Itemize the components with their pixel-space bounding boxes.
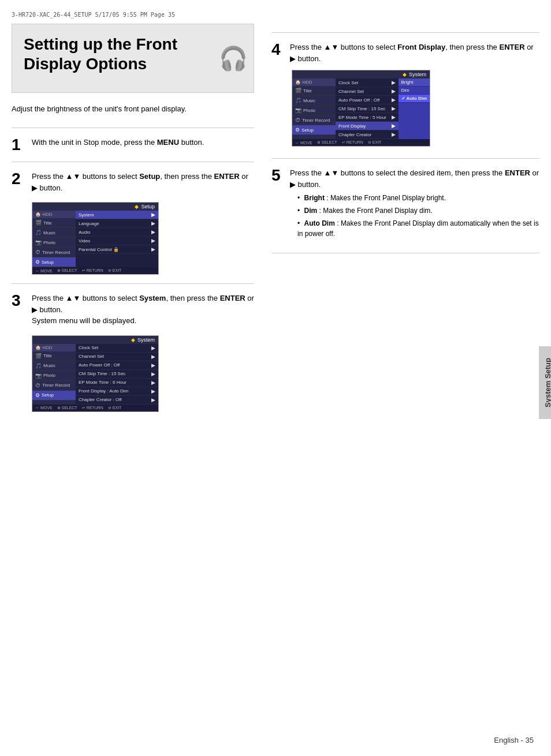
fd-submenu: Bright Dim ✓ Auto Dim [399, 78, 430, 139]
sys-cmskip-item: CM Skip Time : 15 Sec▶ [76, 370, 158, 379]
step-2-text: Press the ▲▼ buttons to select Setup, th… [32, 171, 254, 193]
divider-1 [12, 128, 254, 128]
front-display-menu-body: 🏠 HDD 🎬Title 🎵Music 📷Photo ⏱Timer Record… [292, 78, 430, 139]
system-menu-title: ◆ System [32, 336, 158, 344]
setup-audio-item: Audio▶ [76, 228, 158, 237]
step-3: 3 Press the ▲▼ buttons to select System,… [12, 293, 254, 327]
front-display-menu-title: ◆ System [292, 70, 430, 78]
system-menu-body: 🏠 HDD 🎬Title 🎵Music 📷Photo ⏱Timer Record… [32, 344, 158, 405]
setup-menu-screenshot: ◆ Setup 🏠 HDD 🎬Title 🎵Music 📷Photo ⏱Time… [32, 202, 159, 275]
fd-nav-music: 🎵Music [292, 96, 336, 106]
step-4-item: 4 Press the ▲▼ buttons to select Front D… [271, 42, 539, 64]
title-box: Setting up the Front Display Options 🎧 [12, 24, 254, 93]
divider-3 [12, 283, 254, 284]
sys-nav-photo: 📷Photo [32, 371, 76, 381]
fd-autodim-option: ✓ Auto Dim [399, 95, 430, 103]
step-2-number: 2 [12, 171, 23, 187]
file-info-bar: 3-HR720-XAC_26-44_SETUP 5/17/05 9:55 PM … [12, 12, 539, 18]
bullet-bright: Bright : Makes the Front Panel Display b… [293, 193, 539, 203]
side-tab: System Setup [539, 346, 551, 419]
setup-title-label: Setup [141, 204, 155, 209]
nav-photo: 📷Photo [32, 238, 76, 248]
nav-timer: ⏱Timer Record [32, 248, 76, 257]
divider-2 [12, 162, 254, 162]
fd-hdd-header: 🏠 HDD [292, 78, 336, 86]
right-divider-top [271, 32, 539, 33]
sys-channel-item: Channel Set▶ [76, 353, 158, 361]
system-right-content: Clock Set▶ Channel Set▶ Auto Power Off :… [76, 344, 158, 405]
right-divider-mid [271, 158, 539, 159]
step-5-number: 5 [271, 167, 283, 184]
fd-channel-item: Channel Set▶ [336, 87, 399, 96]
step-4: 4 Press the ▲▼ buttons to select Front D… [271, 42, 539, 147]
diamond-icon: ◆ [135, 204, 139, 209]
setup-video-item: Video▶ [76, 237, 158, 245]
setup-menu-title: ◆ Setup [32, 203, 158, 211]
step-3-number: 3 [12, 293, 23, 309]
setup-parental-item: Parental Control 🔒▶ [76, 245, 158, 254]
sys-frontdisplay-item: Front Display : Auto Dim▶ [76, 387, 158, 396]
fd-left-nav: 🏠 HDD 🎬Title 🎵Music 📷Photo ⏱Timer Record… [292, 78, 336, 139]
fd-clock-item: Clock Set▶ [336, 78, 399, 87]
sys-epmode-item: EP Mode Time : 6 Hour▶ [76, 379, 158, 387]
bullet-dim: Dim : Makes the Front Panel Display dim. [293, 205, 539, 216]
fd-nav-setup-active: ⚙Setup [292, 125, 336, 135]
fd-nav-photo: 📷Photo [292, 106, 336, 115]
fd-nav-title: 🎬Title [292, 86, 336, 96]
fd-chapter-item: Chapter Creator▶ [336, 130, 399, 139]
step-5-item: 5 Press the ▲▼ buttons to select the des… [271, 167, 539, 241]
sys-autopower-item: Auto Power Off : Off▶ [76, 361, 158, 370]
fd-dim-option: Dim [399, 87, 430, 95]
setup-system-item: System▶ [76, 211, 158, 219]
step-4-text: Press the ▲▼ buttons to select Front Dis… [290, 42, 539, 64]
nav-setup-active: ⚙Setup [32, 257, 76, 267]
front-display-title-label: System [409, 72, 426, 77]
setup-menu-body: 🏠 HDD 🎬Title 🎵Music 📷Photo ⏱Timer Record… [32, 211, 158, 267]
step-5-text: Press the ▲▼ buttons to select the desir… [290, 167, 539, 241]
bullet-autodim: Auto Dim : Makes the Front Panel Display… [293, 218, 539, 239]
fd-nav-timer: ⏱Timer Record [292, 115, 336, 125]
sys-nav-timer: ⏱Timer Record [32, 381, 76, 391]
nav-music: 🎵Music [32, 228, 76, 238]
page-container: 3-HR720-XAC_26-44_SETUP 5/17/05 9:55 PM … [0, 0, 551, 756]
sys-chapter-item: Chapter Creator : Off▶ [76, 396, 158, 405]
step-2: 2 Press the ▲▼ buttons to select Setup, … [12, 171, 254, 193]
sys-nav-setup-active: ⚙Setup [32, 391, 76, 401]
page-title: Setting up the Front Display Options [24, 35, 242, 73]
system-menu-screenshot: ◆ System 🏠 HDD 🎬Title 🎵Music 📷Photo ⏱Tim… [32, 335, 159, 412]
right-divider-bottom [271, 253, 539, 253]
setup-right-content: System▶ Language▶ Audio▶ Video▶ Parental… [76, 211, 158, 267]
fd-frontdisplay-item: Front Display▶ [336, 122, 399, 130]
sys-clock-item: Clock Set▶ [76, 344, 158, 353]
nav-title: 🎬Title [32, 218, 76, 228]
step-1-text: With the unit in Stop mode, press the ME… [32, 137, 254, 148]
bullet-list: Bright : Makes the Front Panel Display b… [293, 193, 539, 239]
step-4-number: 4 [271, 42, 283, 58]
right-column: 4 Press the ▲▼ buttons to select Front D… [271, 24, 539, 418]
fd-autopower-item: Auto Power Off : Off▶ [336, 96, 399, 104]
fd-right-area: Clock Set▶ Channel Set▶ Auto Power Off :… [336, 78, 430, 139]
fd-cmskip-item: CM Skip Time : 15 Sec▶ [336, 104, 399, 113]
step-1-number: 1 [12, 137, 23, 153]
step-3-text: Press the ▲▼ buttons to select System, t… [32, 293, 254, 327]
sys-nav-music: 🎵Music [32, 361, 76, 371]
hdd-header: 🏠 HDD [32, 211, 76, 218]
system-left-nav: 🏠 HDD 🎬Title 🎵Music 📷Photo ⏱Timer Record… [32, 344, 76, 405]
left-column: Setting up the Front Display Options 🎧 A… [12, 24, 254, 418]
diamond-icon-2: ◆ [131, 337, 135, 343]
setup-bottom-bar: ↔ MOVE ⊕ SELECT ↵ RETURN ⊖ EXIT [32, 267, 158, 274]
fd-bright-option: Bright [399, 78, 430, 87]
system-bottom-bar: ↔ MOVE ⊕ SELECT ↵ RETURN ⊖ EXIT [32, 405, 158, 411]
fd-bottom-bar: ↔ MOVE ⊕ SELECT ↵ RETURN ⊖ EXIT [292, 139, 430, 146]
system-title-label: System [137, 337, 155, 343]
main-content: Setting up the Front Display Options 🎧 A… [12, 24, 539, 418]
setup-left-nav: 🏠 HDD 🎬Title 🎵Music 📷Photo ⏱Timer Record… [32, 211, 76, 267]
setup-language-item: Language▶ [76, 219, 158, 228]
step-5: 5 Press the ▲▼ buttons to select the des… [271, 167, 539, 241]
page-number: English - 35 [494, 736, 534, 744]
subtitle-text: Adjust the brightness of the unit's fron… [12, 104, 254, 113]
fd-main-content: Clock Set▶ Channel Set▶ Auto Power Off :… [336, 78, 399, 139]
diamond-icon-3: ◆ [403, 72, 407, 77]
fd-epmode-item: EP Mode Time : 5 Hour▶ [336, 113, 399, 122]
sys-nav-title: 🎬Title [32, 351, 76, 361]
